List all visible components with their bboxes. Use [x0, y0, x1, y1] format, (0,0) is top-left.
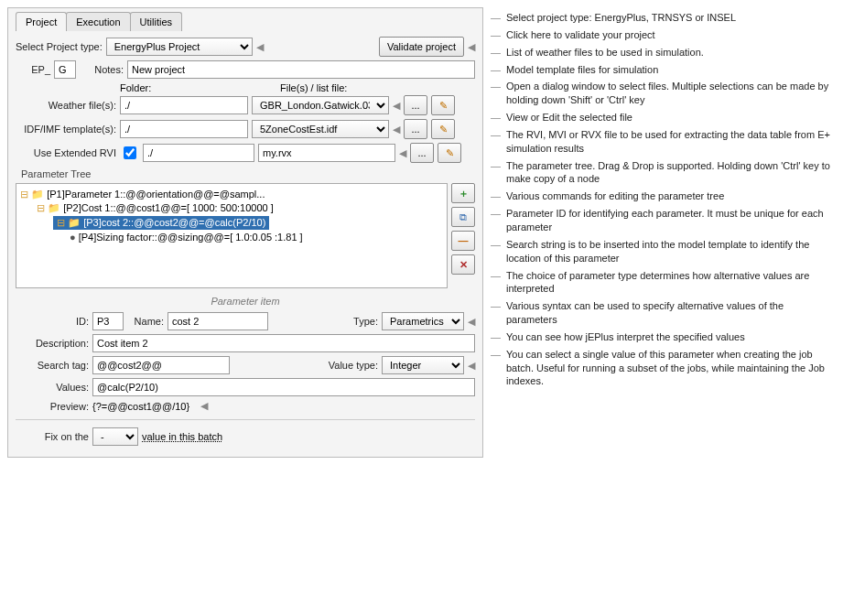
annotation: You can see how jEPlus interpret the spe…	[491, 330, 836, 344]
pointer-icon: ◀	[399, 147, 406, 159]
annotation: Search string is to be inserted into the…	[491, 238, 836, 265]
weather-folder-input[interactable]	[120, 96, 248, 114]
preview-value: {?=@@cost1@@/10}	[92, 401, 189, 412]
tree-copy-button[interactable]: ⧉	[451, 207, 475, 227]
description-label: Description:	[16, 338, 89, 349]
project-type-select[interactable]: EnergyPlus Project	[106, 38, 253, 56]
rvi-label: Use Extended RVI	[16, 147, 116, 158]
folder-col-label: Folder:	[120, 82, 253, 93]
annotation: Various commands for editing the paramet…	[491, 189, 836, 203]
annotation: Parameter ID for identifying each parame…	[491, 207, 836, 234]
annotation: View or Edit the selected file	[491, 111, 836, 124]
annotation: The choice of parameter type determines …	[491, 269, 836, 297]
id-input[interactable]	[92, 312, 124, 330]
ep-prefix-label: EP_	[16, 64, 50, 75]
annotation: The parameter tree. Drag & Drop is suppo…	[491, 159, 836, 187]
id-label: ID:	[16, 316, 89, 327]
value-type-select[interactable]: Integer	[382, 356, 464, 374]
annotation: Various syntax can be used to specify al…	[491, 299, 836, 327]
parameter-tree[interactable]: ⊟ 📁 [P1]Parameter 1::@@orientation@@=@sa…	[16, 183, 448, 288]
file-column-headers: Folder: File(s) / list file:	[16, 82, 475, 93]
weather-label: Weather file(s):	[16, 100, 116, 111]
type-label: Type:	[353, 316, 378, 327]
annotation: List of weather files to be used in simu…	[491, 46, 836, 59]
name-label: Name:	[127, 316, 164, 327]
values-label: Values:	[16, 382, 89, 393]
weather-browse-button[interactable]: ...	[404, 95, 427, 115]
tab-utilities[interactable]: Utilities	[130, 12, 182, 31]
tab-project[interactable]: Project	[16, 12, 67, 31]
idf-file-select[interactable]: 5ZoneCostEst.idf	[252, 120, 389, 138]
rvi-checkbox[interactable]	[124, 146, 136, 159]
fix-select[interactable]: -	[92, 427, 138, 446]
tree-node-p2[interactable]: ⊟ 📁 [P2]Cost 1::@@cost1@@=[ 1000: 500:10…	[20, 201, 443, 215]
files-col-label: File(s) / list file:	[280, 82, 347, 93]
folder-icon: ⊟ 📁	[57, 217, 81, 228]
project-panel: Project Execution Utilities Select Proje…	[7, 7, 483, 458]
type-select[interactable]: Parametrics	[382, 312, 464, 330]
tree-remove-button[interactable]: —	[451, 231, 475, 251]
rvi-browse-button[interactable]: ...	[410, 143, 434, 163]
leaf-icon: ●	[70, 232, 76, 243]
annotation: The RVI, MVI or RVX file to be used for …	[491, 128, 836, 156]
tab-bar: Project Execution Utilities	[16, 12, 475, 31]
notes-input[interactable]	[127, 60, 475, 79]
name-input[interactable]	[168, 312, 268, 330]
pointer-icon: ◀	[468, 41, 475, 53]
idf-edit-button[interactable]: ✎	[431, 119, 455, 139]
fix-suffix-label: value in this batch	[142, 431, 222, 442]
annotation: Model template files for simulation	[491, 63, 836, 77]
values-input[interactable]	[92, 378, 475, 396]
parameter-item-title: Parameter item	[16, 296, 475, 307]
pointer-icon: ◀	[200, 400, 208, 412]
description-input[interactable]	[92, 334, 475, 352]
tree-node-p1[interactable]: ⊟ 📁 [P1]Parameter 1::@@orientation@@=@sa…	[20, 188, 443, 201]
annotation: Open a dialog window to select files. Mu…	[491, 80, 836, 107]
pointer-icon: ◀	[468, 360, 475, 372]
preview-label: Preview:	[16, 401, 89, 412]
weather-file-select[interactable]: GBR_London.Gatwick.03...	[252, 96, 389, 114]
pointer-icon: ◀	[393, 124, 400, 135]
fix-label: Fix on the	[16, 431, 89, 442]
notes-label: Notes:	[80, 64, 124, 75]
parameter-tree-title: Parameter Tree	[16, 168, 475, 179]
annotations-pane: Select project type: EnergyPlus, TRNSYS …	[491, 7, 836, 458]
folder-icon: ⊟ 📁	[20, 189, 44, 200]
tree-node-p3[interactable]: ⊟ 📁 [P3]cost 2::@@cost2@@=@calc(P2/10)	[20, 215, 443, 231]
weather-edit-button[interactable]: ✎	[431, 95, 455, 115]
idf-label: IDF/IMF template(s):	[16, 124, 116, 135]
pointer-icon: ◀	[468, 316, 475, 328]
tree-delete-button[interactable]: ✕	[451, 254, 475, 275]
annotation: Select project type: EnergyPlus, TRNSYS …	[491, 11, 836, 25]
validate-project-button[interactable]: Validate project	[379, 37, 464, 57]
tree-add-button[interactable]: ＋	[451, 183, 475, 203]
pointer-icon: ◀	[393, 100, 400, 112]
ep-prefix-input[interactable]	[54, 60, 76, 79]
project-type-label: Select Project type:	[16, 41, 103, 52]
rvi-edit-button[interactable]: ✎	[438, 143, 461, 163]
rvi-file-input[interactable]	[258, 144, 395, 162]
rvi-folder-input[interactable]	[143, 144, 254, 162]
pointer-icon: ◀	[256, 41, 264, 53]
tree-node-p4[interactable]: ● [P4]Sizing factor::@@sizing@@=[ 1.0:0.…	[20, 231, 443, 243]
annotation: Click here to validate your project	[491, 28, 836, 42]
tab-execution[interactable]: Execution	[66, 12, 130, 31]
value-type-label: Value type:	[329, 360, 378, 371]
tree-toolbar: ＋ ⧉ — ✕	[451, 183, 475, 288]
search-tag-label: Search tag:	[16, 360, 89, 371]
folder-icon: ⊟ 📁	[37, 202, 60, 213]
idf-folder-input[interactable]	[120, 120, 248, 138]
idf-browse-button[interactable]: ...	[404, 119, 427, 139]
search-tag-input[interactable]	[92, 356, 230, 374]
annotation: You can select a single value of this pa…	[491, 348, 836, 389]
